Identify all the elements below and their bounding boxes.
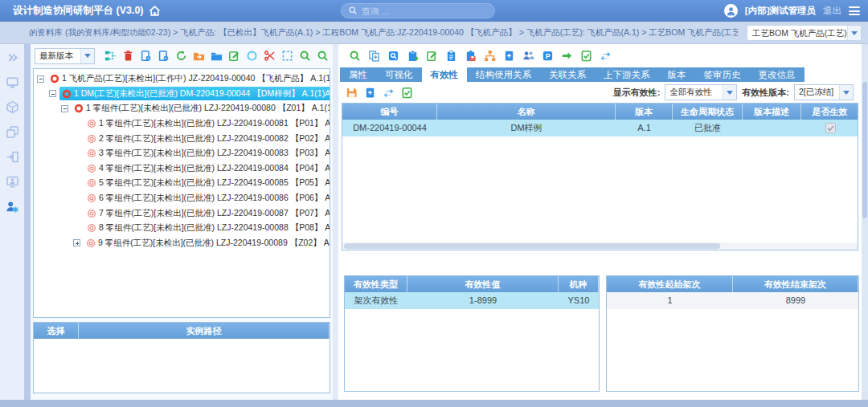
marquee-select-icon[interactable] <box>280 50 293 63</box>
save-icon[interactable] <box>345 86 358 99</box>
team-settings-icon[interactable] <box>5 199 19 214</box>
unlink-node-icon[interactable] <box>104 50 117 63</box>
tree-node[interactable]: 1 飞机产品(工艺)[未检出](工作中) JZ-220419-00040 【飞机… <box>34 71 330 87</box>
tree-node[interactable]: 4 零组件(工艺)[未检出](已批准) LZJ-220419-00084 【P0… <box>34 161 330 177</box>
validate-icon[interactable] <box>400 86 413 99</box>
layers-icon[interactable] <box>5 124 19 139</box>
part-target-icon <box>86 238 96 248</box>
table-row[interactable]: 18999 <box>607 292 858 309</box>
tree-node[interactable]: 5 零组件(工艺)[未检出](已批准) LZJ-220419-00085 【P0… <box>34 176 330 191</box>
swap-icon[interactable] <box>599 50 612 63</box>
effectivity-type-table: 有效性类型有效性值机种架次有效性1-8999YS10 <box>344 275 600 392</box>
refresh-icon[interactable] <box>174 50 187 63</box>
search-icon <box>348 4 358 18</box>
breadcrumb[interactable]: 的资料库 (我的资料库/构型功能02-23) > 飞机产品: 【已检出】飞机产品… <box>29 22 738 43</box>
expand-node-icon[interactable] <box>73 239 80 246</box>
search-input[interactable] <box>362 6 488 16</box>
tree-node[interactable]: 2 零组件(工艺)[未检出](已批准) LZJ-220419-00082 【P0… <box>34 131 330 146</box>
search-icon[interactable] <box>298 50 311 63</box>
tab-version[interactable]: 版本 <box>659 67 695 82</box>
forward-icon[interactable] <box>560 50 573 63</box>
team-icon[interactable] <box>522 50 534 63</box>
column-header: 选择 <box>34 323 79 339</box>
tab-attributes[interactable]: 属性 <box>340 67 376 82</box>
box-3d-icon[interactable] <box>5 100 19 114</box>
detail-tabs: 属性可视化有效性结构使用关系关联关系上下游关系版本签审历史更改信息 <box>340 67 805 82</box>
transfer-icon[interactable] <box>382 86 395 99</box>
clipboard-icon[interactable] <box>444 50 457 63</box>
column-header: 有效性起始架次 <box>607 276 733 292</box>
tree-node[interactable]: 9 零组件(工艺)[未检出](已批准) LZJ-220419-00089 【Z0… <box>34 236 330 251</box>
chevron-down-icon[interactable] <box>80 49 94 63</box>
collapse-node-icon[interactable] <box>37 75 44 83</box>
global-search[interactable] <box>341 3 495 18</box>
add-doc-icon[interactable] <box>363 86 376 99</box>
tab-up-downstream[interactable]: 上下游关系 <box>595 67 659 82</box>
sidebar-splitter[interactable] <box>24 44 31 400</box>
effective-checkbox[interactable] <box>825 123 836 133</box>
tab-association[interactable]: 关联关系 <box>540 67 595 82</box>
folder-icon[interactable] <box>210 50 223 63</box>
table-row[interactable]: DM-220419-00044DM样例A.1已批准 <box>342 120 858 136</box>
tree-node[interactable]: 6 零组件(工艺)[未检出](已批准) LZJ-220419-00086 【P0… <box>34 191 330 206</box>
tree-node-label: 1 零组件(工艺)[未检出](已批准) LZJ-220419-00080 【Z0… <box>86 103 330 114</box>
collapse-node-icon[interactable] <box>61 105 68 112</box>
edit-icon[interactable] <box>227 50 240 63</box>
effectivity-range-table: 有效性起始架次有效性结束架次18999 <box>606 275 859 392</box>
tree-node[interactable]: 1 零组件(工艺)[未检出](已批准) LZJ-220419-00080 【Z0… <box>34 101 330 116</box>
collapse-sidebar-icon[interactable] <box>5 50 19 64</box>
tab-structure-usage[interactable]: 结构使用关系 <box>467 67 540 82</box>
doc-config-alt-icon[interactable] <box>157 50 170 63</box>
tab-visualization[interactable]: 可视化 <box>376 67 422 82</box>
table-row[interactable]: 架次有效性1-8999YS10 <box>345 292 599 309</box>
part-target-icon <box>87 223 96 233</box>
tree-node[interactable]: 8 零组件(工艺)[未检出](已批准) LZJ-220419-00088 【P0… <box>34 221 330 236</box>
copy-add-icon[interactable] <box>367 50 380 63</box>
tree-node[interactable]: 7 零组件(工艺)[未检出](已批准) LZJ-220419-00087 【P0… <box>34 206 330 221</box>
home-icon[interactable] <box>148 4 162 18</box>
effectivity-version-label: 有效性版本: <box>742 87 789 99</box>
checklist-icon[interactable] <box>579 50 592 63</box>
horizontal-scrollbar-thumb[interactable] <box>344 243 720 249</box>
clipboard-add-icon[interactable] <box>406 50 419 63</box>
tree-node[interactable]: 3 零组件(工艺)[未检出](已批准) LZJ-220419-00083 【P0… <box>34 146 330 161</box>
collapse-node-icon[interactable] <box>49 90 56 97</box>
chevron-down-icon[interactable] <box>839 85 853 100</box>
effectivity-version-select[interactable]: 2[已冻结] <box>794 84 854 100</box>
tab-review-history[interactable]: 签审历史 <box>695 67 750 82</box>
tree-node[interactable]: 1 DM(工艺)[未检出](已批准) DM-220419-00044 【DM样例… <box>34 87 330 102</box>
context-selector[interactable]: 工艺BOM 飞机产品(工艺):JZ... <box>747 25 862 41</box>
structure-tree-panel: 最新版本 1 飞机产品(工艺)[未检出](工作中) JZ-220419-0004… <box>31 44 333 400</box>
open-window-icon[interactable] <box>192 50 205 63</box>
process-icon[interactable]: P <box>541 50 554 63</box>
tab-change-info[interactable]: 更改信息 <box>750 67 805 82</box>
tab-effectivity[interactable]: 有效性 <box>422 67 468 82</box>
detail-toolbar-icons: P <box>348 50 612 63</box>
vertical-scrollbar-thumb[interactable] <box>862 82 867 218</box>
clipboard-save-icon[interactable] <box>464 50 477 63</box>
tree-node-label: 2 零组件(工艺)[未检出](已批准) LZJ-220419-00082 【P0… <box>99 133 330 144</box>
product-structure-tree: 1 飞机产品(工艺)[未检出](工作中) JZ-220419-00040 【飞机… <box>33 68 330 318</box>
show-effectivity-select[interactable]: 全部有效性 <box>665 84 737 100</box>
delete-icon[interactable] <box>121 50 134 63</box>
doc-search-icon[interactable] <box>387 50 399 63</box>
loop-icon[interactable] <box>245 50 258 63</box>
menu-icon[interactable] <box>849 6 860 15</box>
logout-button[interactable]: 退出 <box>823 5 841 17</box>
edit-doc-icon[interactable] <box>425 50 438 63</box>
chevron-down-icon[interactable] <box>723 85 736 100</box>
version-filter-select[interactable]: 最新版本 <box>35 48 95 64</box>
panel-splitter[interactable] <box>333 44 338 400</box>
add-doc-icon[interactable] <box>502 50 515 63</box>
doc-config-icon[interactable] <box>139 50 152 63</box>
monitor-icon[interactable] <box>5 75 19 89</box>
chevron-down-icon[interactable] <box>847 26 861 40</box>
monitor-user-icon[interactable] <box>5 174 19 189</box>
breadcrumb-bar: 的资料库 (我的资料库/构型功能02-23) > 飞机产品: 【已检出】飞机产品… <box>0 22 868 44</box>
import-icon[interactable] <box>5 149 19 164</box>
search-icon[interactable] <box>348 50 361 63</box>
cut-icon[interactable] <box>263 50 276 63</box>
search-alt-icon[interactable] <box>316 50 329 63</box>
tree-node[interactable]: 1 零组件(工艺)[未检出](已批准) LZJ-220419-00081 【P0… <box>34 116 330 132</box>
hierarchy-icon[interactable] <box>483 50 496 63</box>
